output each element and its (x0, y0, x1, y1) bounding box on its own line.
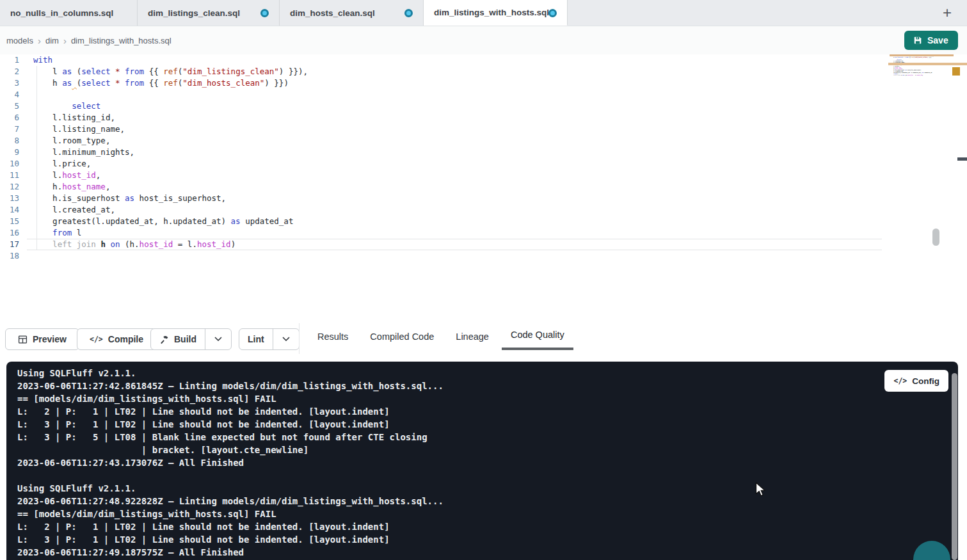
modified-indicator-icon (404, 9, 413, 17)
code-text: h.host_name, (33, 181, 110, 193)
overview-ruler-cursor-marker (957, 157, 967, 161)
editor-tab-4[interactable]: dim_listings_with_hosts.sql (424, 0, 568, 26)
code-line: 18 (0, 250, 882, 262)
lint-split-button: Lint (239, 328, 300, 350)
code-line: 6 l.listing_id, (0, 112, 882, 124)
panel-tab-code-quality[interactable]: Code Quality (509, 323, 566, 350)
terminal-output: Using SQLFluff v2.1.1.2023-06-06T11:27:4… (17, 367, 444, 559)
code-text: l.created_at, (33, 204, 115, 216)
line-number: 13 (0, 193, 19, 204)
breadcrumb: models›dim›dim_listings_with_hosts.sql (6, 26, 172, 54)
code-line: 17 left join h on (h.host_id = l.host_id… (0, 239, 882, 250)
line-number: 7 (0, 124, 19, 135)
preview-button[interactable]: Preview (5, 328, 79, 350)
new-tab-button[interactable]: + (939, 2, 955, 24)
toolbar-divider (299, 323, 300, 354)
chevron-right-icon: › (63, 35, 67, 46)
code-line: 3 h as (select * from {{ ref("dim_hosts_… (0, 77, 882, 89)
line-number: 17 (0, 239, 19, 250)
line-number: 8 (0, 135, 19, 147)
minimap-line (888, 76, 936, 77)
line-number: 9 (0, 147, 19, 158)
panel-tab-lineage[interactable]: Lineage (454, 323, 490, 350)
code-line: 5 select (0, 100, 882, 112)
compile-button[interactable]: </> Compile (77, 328, 156, 350)
code-line: 16 from l (0, 227, 882, 239)
code-text: l.host_id, (33, 170, 100, 181)
code-text: left join h on (h.host_id = l.host_id) (33, 239, 236, 250)
build-label: Build (174, 334, 196, 344)
tab-label: dim_hosts_clean.sql (290, 8, 375, 18)
code-line: 11 l.host_id, (0, 170, 882, 181)
modified-indicator-icon (548, 9, 557, 17)
line-number: 18 (0, 250, 19, 262)
line-number: 12 (0, 181, 19, 193)
action-toolbar: Preview </> Compile Build (0, 323, 967, 362)
tab-label: no_nulls_in_columns.sql (10, 8, 113, 18)
line-number: 11 (0, 170, 19, 181)
editor-tab-2[interactable]: dim_listings_clean.sql (138, 0, 280, 26)
code-editor[interactable]: 1with2 l as (select * from {{ ref("dim_l… (0, 54, 967, 323)
line-number: 4 (0, 89, 19, 100)
minimap-highlight-band (890, 54, 954, 56)
config-label: Config (912, 376, 939, 386)
result-panel-tabs: ResultsCompiled CodeLineageCode Quality (316, 323, 566, 350)
code-line: 14 l.created_at, (0, 204, 882, 216)
line-number: 16 (0, 227, 19, 239)
code-brackets-icon: </> (90, 335, 103, 344)
breadcrumb-segment[interactable]: dim (45, 36, 59, 45)
editor-tab-1[interactable]: no_nulls_in_columns.sql (0, 0, 138, 26)
terminal-line: == [models/dim/dim_listings_with_hosts.s… (17, 392, 444, 405)
line-number: 2 (0, 66, 19, 77)
code-text: l.listing_id, (33, 112, 115, 124)
build-dropdown-button[interactable] (205, 329, 231, 349)
save-label: Save (927, 35, 948, 45)
minimap-content: with l as (select * from {{ ref("dim_lis… (888, 54, 936, 77)
code-text: l.room_type, (33, 135, 110, 147)
terminal-line: L: 3 | P: 1 | LT02 | Line should not be … (17, 418, 444, 431)
minimap[interactable]: with l as (select * from {{ ref("dim_lis… (888, 54, 938, 95)
build-button[interactable]: Build (151, 329, 205, 349)
terminal-line: Using SQLFluff v2.1.1. (17, 367, 444, 380)
config-button[interactable]: </> Config (884, 370, 948, 392)
save-button[interactable]: Save (904, 31, 958, 50)
line-number: 15 (0, 216, 19, 227)
panel-tab-label: Lineage (456, 332, 489, 342)
lint-label: Lint (248, 334, 264, 344)
tab-label: dim_listings_with_hosts.sql (434, 8, 549, 17)
panel-tab-label: Compiled Code (370, 332, 434, 342)
build-split-button: Build (150, 328, 232, 350)
editor-tab-3[interactable]: dim_hosts_clean.sql (280, 0, 424, 26)
lint-dropdown-button[interactable] (273, 329, 299, 349)
code-text: left join h on (h.host_id = l.host_id) (891, 75, 923, 76)
save-icon (913, 36, 922, 45)
panel-tab-compiled-code[interactable]: Compiled Code (369, 323, 435, 350)
breadcrumb-segment[interactable]: models (6, 36, 33, 45)
breadcrumb-segment[interactable]: dim_listings_with_hosts.sql (71, 36, 172, 45)
line-number: 5 (0, 100, 19, 112)
terminal-line: == [models/dim/dim_listings_with_hosts.s… (17, 508, 444, 520)
code-text: select (33, 100, 100, 112)
code-text: l.listing_name, (33, 124, 125, 135)
terminal-line: 2023-06-06T11:27:48.922828Z — Linting mo… (17, 495, 444, 508)
panel-tab-results[interactable]: Results (316, 323, 349, 350)
lint-button[interactable]: Lint (239, 329, 273, 349)
code-text: l as (select * from {{ ref("dim_listings… (33, 66, 308, 77)
code-line: 1with (0, 54, 882, 66)
chevron-right-icon: › (38, 35, 41, 46)
code-brackets-icon: </> (893, 376, 907, 385)
help-button[interactable] (913, 541, 950, 560)
code-lines: 1with2 l as (select * from {{ ref("dim_l… (0, 54, 882, 262)
line-number: 6 (0, 112, 19, 124)
editor-scrollbar-thumb[interactable] (932, 228, 939, 246)
code-line: 15 greatest(l.updated_at, h.updated_at) … (0, 216, 882, 227)
code-line: 13 h.is_superhost as host_is_superhost, (0, 193, 882, 204)
dbt-cloud-ide: no_nulls_in_columns.sqldim_listings_clea… (0, 0, 967, 560)
code-text: from l (33, 227, 81, 239)
line-number: 1 (0, 54, 19, 66)
code-line: 4 (0, 89, 882, 100)
terminal-line: L: 3 | P: 5 | LT08 | Blank line expected… (17, 431, 444, 444)
terminal-line: L: 2 | P: 1 | LT02 | Line should not be … (17, 405, 444, 418)
terminal-scrollbar-thumb[interactable] (952, 373, 957, 560)
modified-indicator-icon (260, 9, 269, 17)
